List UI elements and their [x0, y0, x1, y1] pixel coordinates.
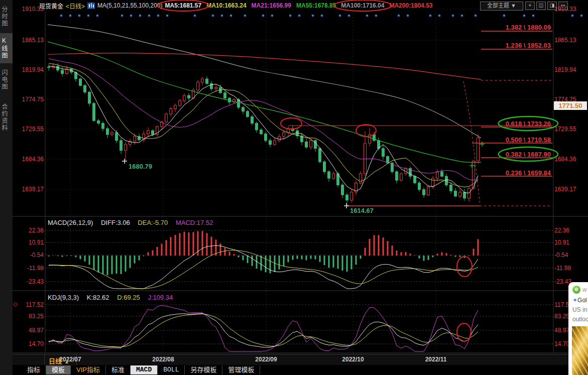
kdj-tick-left: 14.70: [13, 340, 44, 347]
price-tick-right: 1819.94: [554, 66, 586, 73]
fib-level-label: 0.236 \ 1659.84: [480, 169, 551, 177]
kdj-tick-left: 48.97: [13, 327, 44, 334]
kdj-tick-left: 83.25: [13, 313, 44, 320]
price-tick-right: 1639.17: [554, 186, 586, 193]
price-tick-right: 1729.55: [554, 126, 586, 133]
sidebar-item-3[interactable]: 闪电图: [0, 65, 13, 94]
ma-params-label: MA(5,10,21,55,100,200): [97, 2, 162, 9]
popup-headline: Gol: [577, 297, 587, 304]
sidebar-item-2[interactable]: K线图: [0, 33, 13, 63]
trading-terminal: 分时图K线图闪电图合约资料 现货黄金<日线> MA(5,10,21,55,100…: [0, 0, 588, 375]
gold-bars-image: [572, 326, 588, 375]
fib-level-label: 0.618 \ 1733.26: [480, 120, 551, 128]
kdj-d-value: D:69.25: [117, 294, 140, 301]
popup-source: w: [582, 286, 587, 293]
fib-level-label: 0.382 \ 1687.90: [480, 151, 551, 158]
browser-e-icon: e: [572, 286, 580, 294]
sparkle-icon: ✦: [572, 297, 577, 304]
price-tick-left: 1684.36: [13, 156, 44, 163]
ma-value: MA5:1681.57: [165, 2, 201, 9]
period-label: <日线>: [66, 2, 85, 10]
price-tick-right: 1910.33: [554, 6, 586, 13]
bottom-tab[interactable]: 另存模板: [185, 365, 222, 374]
macd-dea-value: DEA:-5.70: [138, 219, 168, 226]
price-tick-left: 1729.55: [13, 126, 44, 133]
ma-value: MA21:1656.99: [252, 2, 291, 9]
news-popup[interactable]: e w ✦Gol US in outloo: [568, 282, 588, 375]
crosshair-tool-icon[interactable]: +: [525, 2, 535, 10]
chart-header: 现货黄金<日线> MA(5,10,21,55,100,200) MA5:1681…: [39, 0, 437, 11]
kdj-j-value: J:109.34: [148, 294, 173, 301]
price-tick-left: 1639.17: [13, 186, 44, 193]
macd-macd-value: MACD:17.52: [176, 219, 213, 226]
kdj-k-value: K:82.62: [87, 294, 109, 301]
time-axis-bar: 日线▲ 2022/072022/082022/092022/102022/11: [13, 354, 588, 365]
scale-left-icon[interactable]: ◫: [536, 2, 546, 10]
ma-value: MA55:1678.85: [296, 2, 336, 9]
date-axis-label: 2022/08: [152, 356, 174, 363]
ma-values: MA5:1681.57MA10:1663.24MA21:1656.99MA55:…: [165, 2, 437, 9]
ma-value: MA200:1804.53: [389, 2, 432, 9]
date-axis-label: 2022/10: [342, 356, 364, 363]
price-tick-left: 1910.33: [13, 6, 44, 13]
fib-level-label: 0.500 \ 1710.58: [480, 136, 551, 144]
sidebar-item-4[interactable]: 合约资料: [0, 98, 13, 137]
bottom-tab[interactable]: 标准: [106, 365, 131, 374]
macd-tick-left: 10.91: [13, 239, 44, 246]
bottom-tab[interactable]: 模板: [46, 365, 71, 374]
macd-diff-value: DIFF:3.06: [101, 219, 130, 226]
macd-tick-left: 22.36: [13, 227, 44, 234]
ma-value: MA10:1663.24: [206, 2, 246, 9]
macd-tick-left: -0.54: [13, 252, 44, 259]
chevron-down-icon: ▼: [511, 3, 516, 9]
macd-tick-right: -11.98: [554, 265, 586, 272]
price-extreme-label: 1614.67: [350, 207, 374, 214]
macd-tick-right: -0.54: [554, 252, 586, 259]
bottom-tab[interactable]: BOLL: [158, 365, 185, 374]
fib-level-label: 1.382 \ 1880.09: [480, 24, 551, 31]
kdj-title: KDJ(9,3,3): [48, 294, 79, 301]
sidebar-item-1[interactable]: 分时图: [0, 2, 13, 31]
bottom-tab[interactable]: 管理模板: [222, 365, 260, 374]
macd-title: MACD(26,12,9): [48, 219, 93, 226]
price-tick-right: 1865.13: [554, 37, 586, 44]
left-sidebar: 分时图K线图闪电图合约资料: [0, 0, 13, 375]
bottom-tab[interactable]: 指标: [22, 365, 46, 374]
price-extreme-label: 1680.79: [129, 163, 152, 170]
date-axis-label: 2022/11: [425, 356, 447, 363]
macd-tick-right: 10.91: [554, 239, 586, 246]
fib-level-label: 1.236 \ 1852.03: [480, 42, 551, 49]
price-tick-right: 1774.75: [554, 96, 586, 103]
kdj-tick-left: 117.52: [13, 301, 44, 308]
macd-tick-right: 22.36: [554, 227, 586, 234]
kdj-label-row: KDJ(9,3,3) K:82.62 D:69.25 J:109.34: [48, 294, 179, 301]
price-tick-left: 1819.94: [13, 66, 44, 73]
bottom-tab-bar: 指标模板VIP指标标准MACDBOLL另存模板管理模板: [13, 365, 588, 375]
date-axis-label: 2022/09: [255, 356, 277, 363]
popup-text-3: outloo: [572, 315, 588, 324]
macd-label-row: MACD(26,12,9) DIFF:3.06 DEA:-5.70 MACD:1…: [48, 219, 219, 226]
price-tick-left: 1774.75: [13, 96, 44, 103]
ma-value: MA100:1716.04: [341, 2, 384, 9]
all-themes-button[interactable]: 全部主题 ▼: [480, 2, 523, 11]
macd-tick-left: -23.43: [13, 278, 44, 285]
bottom-tab[interactable]: VIP指标: [71, 365, 106, 374]
price-tick-left: 1865.13: [13, 37, 44, 44]
price-tick-right: 1684.36: [554, 156, 586, 163]
chart-canvas[interactable]: [45, 11, 553, 353]
macd-tick-left: -11.98: [13, 265, 44, 272]
popup-text-2: US in: [572, 305, 588, 315]
date-axis-label: 2022/07: [59, 356, 81, 363]
bottom-tab[interactable]: MACD: [131, 365, 158, 374]
candlestick-icon: [87, 3, 95, 9]
